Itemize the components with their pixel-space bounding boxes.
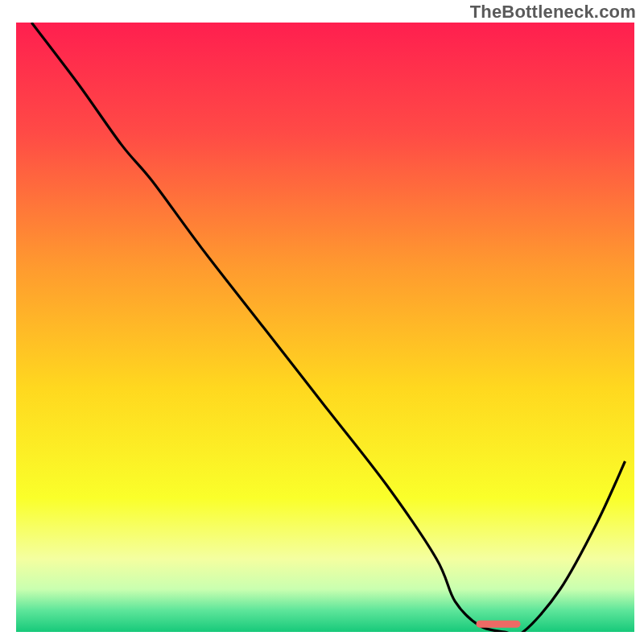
watermark-text: TheBottleneck.com xyxy=(470,2,636,23)
chart-container: TheBottleneck.com xyxy=(0,0,644,644)
gradient-background xyxy=(16,23,634,632)
bottleneck-chart xyxy=(0,0,644,644)
